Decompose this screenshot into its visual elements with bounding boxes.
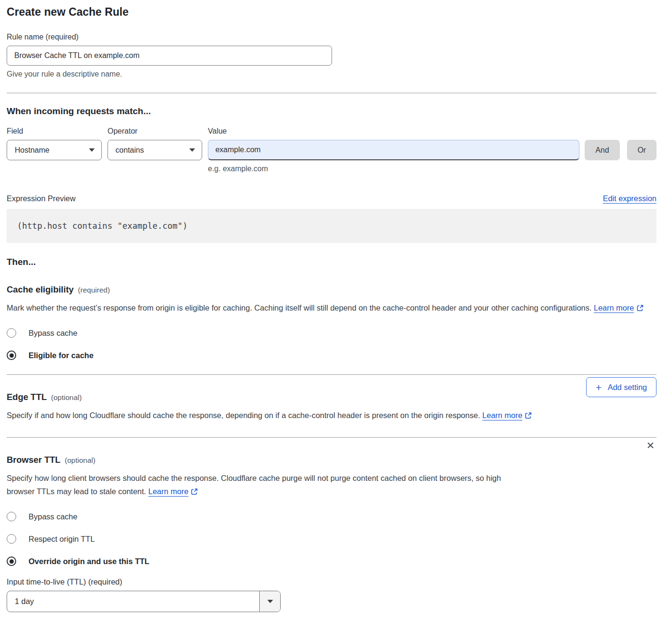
operator-select[interactable]: contains xyxy=(108,140,202,160)
field-select[interactable]: Hostname xyxy=(7,140,102,160)
cache-eligibility-description-text: Mark whether the request’s response from… xyxy=(7,303,592,312)
external-link-icon xyxy=(637,304,644,313)
close-icon[interactable]: ✕ xyxy=(644,439,656,452)
radio-button-icon[interactable] xyxy=(7,556,16,566)
expression-preview-code: (http.host contains "example.com") xyxy=(7,209,656,243)
ttl-select[interactable]: 1 day xyxy=(7,591,281,612)
browser-ttl-title: Browser TTL xyxy=(7,455,60,465)
ttl-select-dropdown-button[interactable] xyxy=(259,591,280,612)
radio-option-bypass-cache[interactable]: Bypass cache xyxy=(7,328,78,338)
radio-option-override-origin-ttl[interactable]: Override origin and use this TTL xyxy=(7,556,149,566)
ttl-input-label: Input time-to-live (TTL) (required) xyxy=(7,577,656,586)
browser-ttl-description: Specify how long client browsers should … xyxy=(7,471,528,499)
chevron-down-icon xyxy=(189,148,195,152)
browser-ttl-description-text: Specify how long client browsers should … xyxy=(7,474,501,496)
rule-name-input[interactable] xyxy=(7,46,332,66)
radio-option-label: Override origin and use this TTL xyxy=(29,557,149,566)
radio-option-eligible-for-cache[interactable]: Eligible for cache xyxy=(7,351,94,360)
cache-eligibility-description: Mark whether the request’s response from… xyxy=(7,301,649,315)
radio-option-label: Bypass cache xyxy=(29,512,78,521)
match-builder: Field Operator Value Hostname contains A… xyxy=(7,127,656,173)
expression-preview-label: Expression Preview xyxy=(7,194,76,203)
then-heading: Then... xyxy=(7,257,656,267)
page-title: Create new Cache Rule xyxy=(7,6,656,19)
radio-option-label: Eligible for cache xyxy=(29,351,94,360)
browser-ttl-optional-tag: (optional) xyxy=(65,456,96,465)
rule-name-label: Rule name (required) xyxy=(7,33,656,41)
edge-ttl-title: Edge TTL xyxy=(7,392,47,402)
rule-name-help: Give your rule a descriptive name. xyxy=(7,70,656,78)
add-setting-button[interactable]: + Add setting xyxy=(586,377,656,397)
create-cache-rule-form: Create new Cache Rule Rule name (require… xyxy=(7,6,656,612)
match-section-heading: When incoming requests match... xyxy=(7,106,656,117)
edit-expression-link[interactable]: Edit expression xyxy=(603,194,656,203)
radio-option-respect-origin-ttl[interactable]: Respect origin TTL xyxy=(7,534,95,544)
plus-icon: + xyxy=(596,382,601,392)
value-input[interactable] xyxy=(208,140,579,160)
edge-ttl-description-text: Specify if and how long Cloudflare shoul… xyxy=(7,411,480,420)
radio-option-label: Respect origin TTL xyxy=(29,535,95,544)
or-button[interactable]: Or xyxy=(627,140,656,160)
radio-option-browser-bypass-cache[interactable]: Bypass cache xyxy=(7,512,78,521)
radio-button-icon[interactable] xyxy=(7,512,16,521)
edge-ttl-description: Specify if and how long Cloudflare shoul… xyxy=(7,409,532,423)
radio-button-icon[interactable] xyxy=(7,351,16,360)
chevron-down-icon xyxy=(267,600,273,603)
field-select-value: Hostname xyxy=(15,146,49,155)
expression-code-text: (http.host contains "example.com") xyxy=(17,221,187,231)
cache-eligibility-title: Cache eligibility xyxy=(7,284,74,295)
value-column-label: Value xyxy=(208,127,227,136)
cache-eligibility-required-tag: (required) xyxy=(78,286,110,294)
add-setting-label: Add setting xyxy=(607,383,647,392)
browser-ttl-learn-more-link[interactable]: Learn more xyxy=(148,487,188,496)
and-button[interactable]: And xyxy=(585,140,620,160)
field-column-label: Field xyxy=(7,127,108,136)
section-divider xyxy=(7,93,656,93)
operator-column-label: Operator xyxy=(108,127,208,136)
edge-ttl-optional-tag: (optional) xyxy=(51,393,82,402)
edge-ttl-learn-more-link[interactable]: Learn more xyxy=(482,411,522,420)
ttl-select-value: 1 day xyxy=(7,591,259,612)
chevron-down-icon xyxy=(89,148,95,152)
cache-eligibility-learn-more-link[interactable]: Learn more xyxy=(594,303,634,312)
value-help-text: e.g. example.com xyxy=(208,165,656,173)
external-link-icon xyxy=(191,488,198,497)
radio-button-icon[interactable] xyxy=(7,534,16,544)
operator-select-value: contains xyxy=(116,146,144,155)
radio-option-label: Bypass cache xyxy=(29,329,78,338)
radio-button-icon[interactable] xyxy=(7,328,16,338)
external-link-icon xyxy=(525,412,532,420)
